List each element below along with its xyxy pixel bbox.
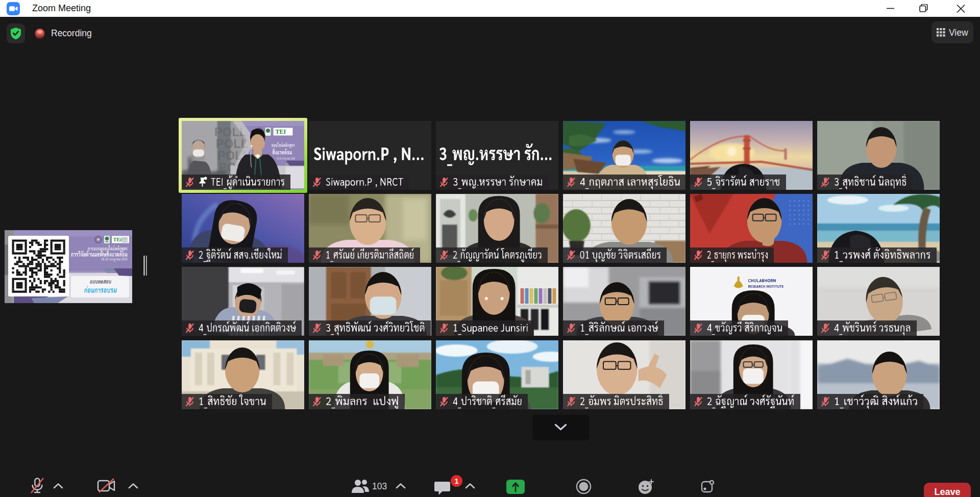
svg-text:TEI: TEI bbox=[275, 128, 286, 135]
svg-text:TEi: TEi bbox=[113, 237, 122, 242]
